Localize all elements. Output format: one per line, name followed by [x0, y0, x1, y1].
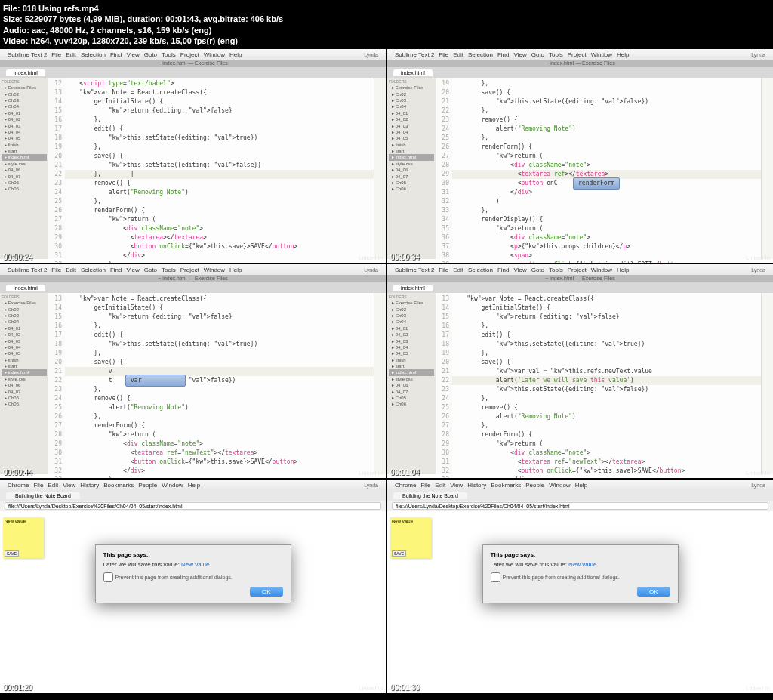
sidebar-item[interactable]: ▸ 04_03	[389, 338, 434, 344]
url-input[interactable]	[5, 502, 381, 510]
menu-window[interactable]: Window	[591, 267, 612, 273]
sidebar-item[interactable]: ▸ 04_02	[2, 116, 47, 122]
sidebar-item[interactable]: ▸ style.css	[2, 376, 47, 382]
sidebar-item[interactable]: ▸ 04_07	[389, 389, 434, 395]
sidebar-item[interactable]: ▸ 04_03	[2, 338, 47, 344]
menu-edit[interactable]: Edit	[66, 51, 76, 58]
sidebar-item[interactable]: ▸ Ch04	[2, 103, 47, 109]
sidebar-item[interactable]: ▸ Ch06	[389, 186, 434, 192]
sidebar-item[interactable]: ▸ Ch04	[389, 319, 434, 325]
menu-find[interactable]: Find	[497, 51, 510, 58]
sidebar-item[interactable]: ▸ style.css	[389, 161, 434, 167]
menu-tools[interactable]: Tools	[549, 267, 563, 273]
sidebar-item[interactable]: ▸ Exercise Files	[2, 85, 47, 91]
menu-goto[interactable]: Goto	[144, 267, 157, 273]
menu-file[interactable]: File	[439, 267, 448, 273]
sidebar-item[interactable]: ▸ Ch04	[389, 103, 434, 109]
sidebar-item[interactable]: ▸ Ch05	[2, 180, 47, 186]
app-name[interactable]: Sublime Text 2	[395, 51, 434, 58]
app-name[interactable]: Chrome	[395, 482, 416, 489]
sidebar-item[interactable]: ▸ 04_02	[389, 331, 434, 338]
minimap[interactable]	[761, 293, 773, 474]
sidebar-item[interactable]: ▸ Ch03	[2, 97, 47, 103]
sidebar-item[interactable]: ▸ 04_02	[2, 331, 47, 338]
menu-project[interactable]: Project	[568, 51, 587, 58]
sidebar-item[interactable]: ▸ 04_04	[2, 344, 47, 350]
tab-index[interactable]: index.html	[6, 285, 45, 291]
menu-help[interactable]: Help	[188, 482, 200, 489]
browser-tab[interactable]: Building the Note Board	[6, 492, 80, 499]
sidebar-item[interactable]: ▸ finish	[2, 357, 47, 363]
sidebar-item[interactable]: ▸ Exercise Files	[389, 300, 434, 306]
sidebar-item[interactable]: ▸ 04_07	[2, 174, 47, 180]
sidebar-item[interactable]: ▸ Ch02	[2, 91, 47, 97]
menu-help[interactable]: Help	[229, 51, 242, 58]
menu-selection[interactable]: Selection	[81, 51, 106, 58]
menu-help[interactable]: Help	[617, 267, 629, 273]
menu-help[interactable]: Help	[617, 51, 629, 58]
sidebar-item[interactable]: ▸ start	[389, 148, 434, 154]
sidebar-item[interactable]: ▸ index.html	[2, 154, 47, 160]
menu-view[interactable]: View	[514, 267, 527, 273]
menu-view[interactable]: View	[127, 51, 140, 58]
menu-find[interactable]: Find	[110, 51, 122, 58]
menu-history[interactable]: History	[80, 482, 99, 489]
sidebar-item[interactable]: ▸ 04_01	[389, 325, 434, 331]
sidebar-item[interactable]: ▸ 04_04	[389, 129, 434, 135]
menu-window[interactable]: Window	[204, 267, 225, 273]
sidebar-item[interactable]: ▸ start	[389, 363, 434, 369]
menu-bookmarks[interactable]: Bookmarks	[491, 482, 521, 489]
prevent-checkbox[interactable]: Prevent this page from creating addition…	[103, 572, 283, 582]
menu-file[interactable]: File	[51, 267, 61, 273]
sidebar-item[interactable]: ▸ Ch06	[389, 401, 434, 407]
sidebar-item[interactable]: ▸ index.html	[389, 369, 434, 375]
sidebar-item[interactable]: ▸ 04_05	[389, 350, 434, 356]
ok-button[interactable]: OK	[250, 587, 283, 597]
editor-tabs[interactable]: index.html	[0, 282, 386, 293]
menu-file[interactable]: File	[51, 51, 61, 58]
code-area[interactable]: "kw">var Note = React.createClass({ getI…	[452, 293, 761, 474]
sidebar-item[interactable]: ▸ style.css	[389, 376, 434, 382]
app-name[interactable]: Sublime Text 2	[395, 267, 434, 273]
menu-goto[interactable]: Goto	[531, 51, 544, 58]
sidebar-item[interactable]: ▸ finish	[389, 142, 434, 148]
menu-edit[interactable]: Edit	[453, 51, 463, 58]
menu-tools[interactable]: Tools	[162, 51, 176, 58]
menubar[interactable]: Sublime Text 2 File Edit Selection Find …	[387, 49, 773, 60]
checkbox-icon[interactable]	[491, 572, 500, 582]
sidebar-item[interactable]: ▸ 04_02	[389, 116, 434, 122]
menu-history[interactable]: History	[467, 482, 486, 489]
sidebar-item[interactable]: ▸ start	[2, 363, 47, 369]
sidebar-item[interactable]: ▸ 04_01	[389, 110, 434, 116]
sidebar-item[interactable]: ▸ 04_06	[2, 167, 47, 173]
sidebar-item[interactable]: ▸ Ch05	[389, 180, 434, 186]
sidebar-item[interactable]: ▸ start	[2, 148, 47, 154]
sticky-note[interactable]: New value SAVE	[390, 517, 431, 558]
sidebar-item[interactable]: ▸ 04_05	[2, 135, 47, 141]
sidebar-item[interactable]: ▸ finish	[2, 142, 47, 148]
code-area[interactable]: }, save() { "kw">this.setState({editing:…	[452, 78, 761, 259]
sidebar-item[interactable]: ▸ 04_06	[389, 382, 434, 388]
app-name[interactable]: Chrome	[8, 482, 29, 489]
menu-project[interactable]: Project	[180, 267, 199, 273]
sidebar-item[interactable]: ▸ Ch02	[2, 307, 47, 313]
menubar[interactable]: Sublime Text 2 File Edit Selection Find …	[0, 49, 386, 60]
sidebar-item[interactable]: ▸ 04_07	[389, 174, 434, 180]
sidebar-item[interactable]: ▸ 04_05	[2, 350, 47, 356]
menu-file[interactable]: File	[33, 482, 43, 489]
app-name[interactable]: Sublime Text 2	[8, 267, 47, 273]
code-area[interactable]: "kw">var Note = React.createClass({ getI…	[65, 293, 374, 474]
menu-help[interactable]: Help	[229, 267, 242, 273]
menu-selection[interactable]: Selection	[81, 267, 106, 273]
menu-window[interactable]: Window	[162, 482, 183, 489]
sidebar-item[interactable]: ▸ 04_01	[2, 325, 47, 331]
menu-selection[interactable]: Selection	[468, 51, 493, 58]
folder-sidebar[interactable]: FOLDERS ▸ Exercise Files▸ Ch02▸ Ch03▸ Ch…	[0, 293, 48, 474]
menu-tools[interactable]: Tools	[549, 51, 563, 58]
save-button[interactable]: SAVE	[392, 550, 406, 557]
menu-find[interactable]: Find	[497, 267, 510, 273]
autocomplete-item[interactable]: var	[131, 377, 141, 384]
url-input[interactable]	[392, 502, 768, 510]
menubar[interactable]: Sublime Text 2 File Edit Selection Find …	[0, 264, 386, 275]
menu-file[interactable]: File	[439, 51, 448, 58]
